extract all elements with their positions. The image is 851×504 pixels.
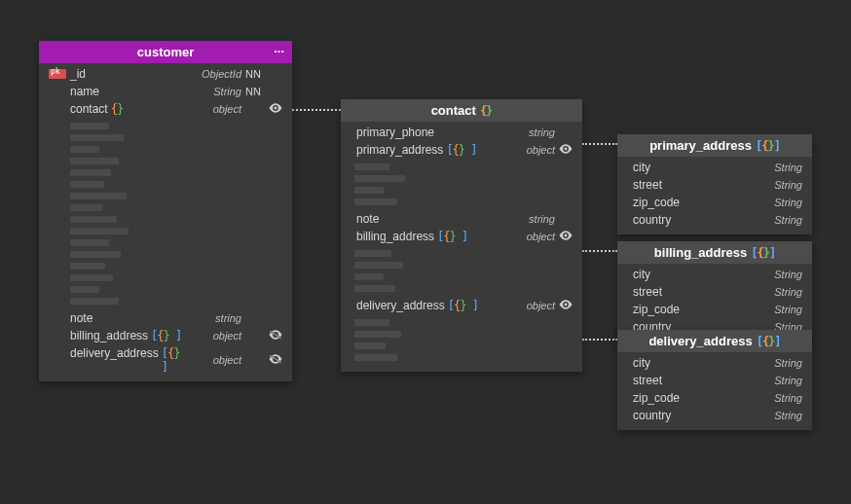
field-type: String	[754, 375, 802, 386]
field-row[interactable]: cityString	[617, 354, 812, 372]
more-icon[interactable]: ···	[274, 44, 284, 58]
skeleton-row	[70, 169, 111, 176]
skeleton-row	[70, 123, 109, 129]
field-name: primary_phone	[351, 126, 506, 139]
entity-contact-header[interactable]: contact {}	[341, 99, 582, 122]
field-row[interactable]: note string	[39, 309, 292, 327]
field-row[interactable]: streetString	[617, 176, 812, 194]
field-row[interactable]: countryString	[617, 211, 812, 229]
field-row[interactable]: streetString	[617, 372, 812, 389]
field-type: string	[506, 126, 555, 138]
entity-customer[interactable]: customer ··· _id ObjectId NN name String…	[39, 41, 292, 381]
connector-customer-contact	[292, 109, 341, 111]
entity-billing-address[interactable]: billing_address [{}] cityString streetSt…	[617, 241, 812, 342]
eye-icon[interactable]	[555, 230, 573, 243]
field-type: object	[191, 354, 241, 366]
field-type: String	[754, 410, 802, 421]
entity-primary-address[interactable]: primary_address [{}] cityString streetSt…	[617, 134, 812, 234]
skeleton-row	[354, 331, 401, 338]
skeleton-row	[354, 187, 384, 194]
skeleton-row	[354, 198, 397, 205]
field-row[interactable]: billing_address[{} ] object	[341, 228, 582, 245]
skeleton-row	[70, 286, 99, 293]
field-name: street	[627, 285, 754, 299]
svg-point-7	[565, 304, 568, 306]
entity-primary-address-header[interactable]: primary_address [{}]	[617, 134, 812, 157]
field-name: billing_address[{} ]	[70, 329, 191, 342]
field-name: city	[627, 161, 754, 174]
field-type: String	[754, 304, 802, 315]
field-name: zip_code	[627, 196, 754, 209]
field-row[interactable]: primary_phone string	[341, 124, 582, 141]
field-name: _id	[70, 67, 191, 81]
entity-delivery-address[interactable]: delivery_address [{}] cityString streetS…	[617, 330, 812, 430]
field-row[interactable]: billing_address[{} ] object	[39, 327, 292, 344]
field-row[interactable]: delivery_address[{} ] object	[39, 344, 292, 376]
field-name: primary_address[{} ]	[351, 143, 506, 157]
connector-contact-billing	[582, 250, 617, 252]
field-row[interactable]: countryString	[617, 407, 812, 424]
skeleton-row	[70, 158, 119, 164]
entity-delivery-address-title: delivery_address	[648, 334, 752, 348]
entity-customer-body: _id ObjectId NN name String NN contact {…	[39, 63, 292, 381]
field-type: string	[191, 312, 241, 324]
field-row[interactable]: zip_codeString	[617, 389, 812, 407]
field-row[interactable]: note string	[341, 210, 582, 228]
eye-off-icon[interactable]	[265, 329, 282, 342]
skeleton-row	[354, 163, 389, 170]
svg-point-6	[565, 234, 568, 237]
primary-key-icon	[49, 69, 70, 79]
field-type: ObjectId	[191, 68, 241, 80]
field-nn: NN	[241, 86, 265, 97]
skeleton-row	[70, 134, 124, 141]
field-name: billing_address[{} ]	[351, 230, 506, 243]
field-name: delivery_address[{} ]	[70, 346, 191, 374]
skeleton-row	[70, 298, 119, 305]
skeleton-row	[354, 342, 386, 349]
entity-contact-title: contact	[431, 103, 476, 118]
field-row[interactable]: primary_address[{} ] object	[341, 141, 582, 159]
skeleton-row	[70, 193, 127, 199]
skeleton-row	[354, 285, 395, 292]
svg-point-5	[565, 148, 568, 151]
field-type: String	[754, 162, 802, 173]
field-row[interactable]: _id ObjectId NN	[39, 65, 292, 83]
field-row[interactable]: cityString	[617, 266, 812, 283]
entity-billing-address-header[interactable]: billing_address [{}]	[617, 241, 812, 264]
field-name: country	[627, 409, 754, 422]
field-nn: NN	[241, 68, 265, 80]
field-name: zip_code	[627, 391, 754, 405]
field-type: String	[754, 179, 802, 191]
skeleton-row	[70, 146, 99, 153]
entity-contact[interactable]: contact {} primary_phone string primary_…	[341, 99, 582, 372]
svg-point-0	[275, 107, 278, 110]
field-type: object	[191, 330, 241, 342]
field-name: city	[627, 268, 754, 281]
entity-customer-header[interactable]: customer ···	[39, 41, 292, 63]
field-row[interactable]: cityString	[617, 159, 812, 176]
skeleton-row	[70, 228, 129, 234]
eye-icon[interactable]	[265, 102, 282, 116]
connector-contact-primary	[582, 143, 617, 145]
field-type: String	[754, 392, 802, 404]
field-row[interactable]: delivery_address[{} ] object	[341, 297, 582, 314]
field-row[interactable]: zip_codeString	[617, 301, 812, 318]
entity-billing-address-title: billing_address	[654, 245, 747, 260]
entity-primary-address-title: primary_address	[649, 138, 752, 153]
field-row[interactable]: streetString	[617, 283, 812, 301]
eye-icon[interactable]	[555, 143, 573, 157]
entity-delivery-address-header[interactable]: delivery_address [{}]	[617, 330, 812, 352]
skeleton-row	[354, 250, 391, 257]
field-name: country	[627, 213, 754, 227]
field-row[interactable]: zip_codeString	[617, 194, 812, 211]
field-type: object	[506, 231, 555, 242]
field-row[interactable]: name String NN	[39, 83, 292, 100]
eye-off-icon[interactable]	[265, 353, 282, 367]
field-type: String	[754, 286, 802, 298]
field-name: name	[70, 85, 191, 98]
skeleton-row	[70, 251, 121, 258]
eye-icon[interactable]	[555, 299, 573, 312]
field-name: contact {}	[70, 102, 191, 116]
field-type: String	[754, 214, 802, 226]
field-row[interactable]: contact {} object	[39, 100, 292, 118]
